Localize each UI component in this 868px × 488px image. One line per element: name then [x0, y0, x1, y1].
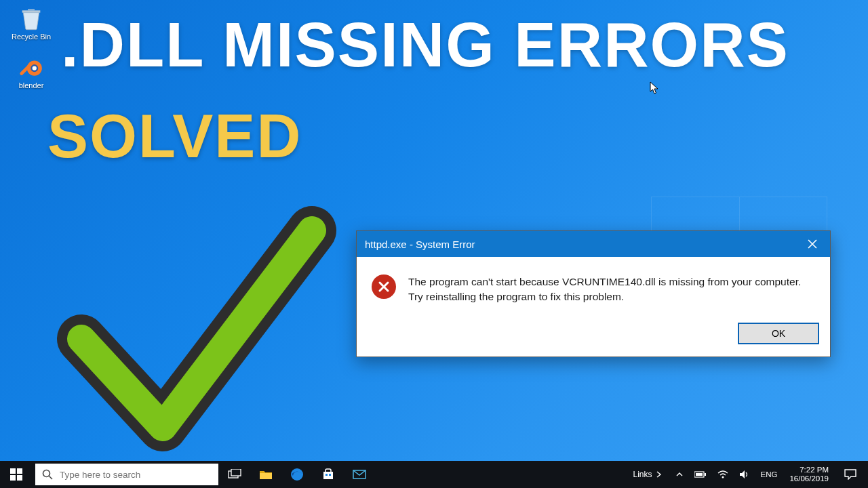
- svg-rect-16: [705, 473, 706, 476]
- svg-rect-17: [696, 473, 703, 476]
- task-view-button[interactable]: [220, 461, 250, 488]
- start-button[interactable]: [0, 461, 33, 488]
- battery-icon: [694, 471, 707, 478]
- mouse-cursor-icon: [650, 81, 659, 95]
- taskbar: Links: [0, 461, 868, 488]
- svg-point-2: [33, 66, 37, 70]
- blender-label: blender: [19, 81, 44, 89]
- folder-icon: [259, 469, 273, 480]
- system-tray: ENG 7:22 PM 16/06/2019: [670, 461, 835, 488]
- overlay-headline-2: SOLVED: [47, 102, 302, 171]
- blender-icon[interactable]: blender: [7, 53, 56, 89]
- tray-battery[interactable]: [692, 461, 709, 488]
- windows-start-icon: [10, 468, 22, 481]
- system-error-dialog: httpd.exe - System Error The program can…: [356, 230, 831, 357]
- clock-time: 7:22 PM: [800, 466, 829, 474]
- overlay-headline-1: .DLL MISSING ERRORS: [61, 9, 789, 81]
- clock-date: 16/06/2019: [789, 474, 829, 483]
- notification-icon: [844, 469, 856, 480]
- error-icon: [372, 274, 396, 299]
- recycle-bin-label: Recycle Bin: [12, 33, 51, 41]
- volume-icon: [739, 470, 750, 479]
- dialog-message: The program can't start because VCRUNTIM…: [408, 274, 816, 305]
- wifi-icon: [717, 470, 728, 479]
- task-view-icon: [228, 469, 241, 480]
- chevron-right-icon: [655, 470, 663, 479]
- search-input[interactable]: [60, 470, 212, 480]
- dialog-title: httpd.exe - System Error: [365, 239, 475, 250]
- file-explorer-button[interactable]: [251, 461, 281, 488]
- svg-rect-10: [231, 469, 241, 476]
- recycle-bin-glyph: [18, 5, 45, 32]
- tray-chevron-up[interactable]: [673, 461, 686, 488]
- store-button[interactable]: [313, 461, 343, 488]
- blender-glyph: [18, 54, 44, 80]
- close-icon: [808, 239, 817, 249]
- language-indicator: ENG: [761, 470, 778, 479]
- svg-rect-4: [17, 468, 22, 474]
- svg-point-18: [722, 476, 724, 479]
- dialog-titlebar[interactable]: httpd.exe - System Error: [357, 231, 830, 257]
- dialog-close-button[interactable]: [795, 231, 830, 257]
- svg-rect-13: [329, 474, 331, 476]
- links-toolbar-button[interactable]: Links: [628, 461, 669, 488]
- tray-volume[interactable]: [736, 461, 753, 488]
- edge-icon: [290, 468, 304, 481]
- search-box[interactable]: [35, 464, 218, 485]
- links-label: Links: [633, 470, 652, 479]
- search-icon: [42, 469, 53, 480]
- svg-rect-12: [326, 474, 328, 476]
- mail-icon: [353, 470, 366, 479]
- chevron-up-icon: [675, 470, 684, 479]
- edge-browser-button[interactable]: [282, 461, 312, 488]
- svg-rect-3: [10, 468, 16, 474]
- svg-line-8: [50, 476, 53, 480]
- checkmark-graphic: [54, 203, 339, 461]
- svg-rect-6: [17, 475, 22, 481]
- store-icon: [322, 468, 334, 481]
- ok-button[interactable]: OK: [738, 323, 819, 344]
- mail-button[interactable]: [344, 461, 374, 488]
- svg-rect-5: [10, 475, 16, 481]
- action-center-button[interactable]: [837, 461, 864, 488]
- recycle-bin-icon[interactable]: Recycle Bin: [7, 4, 56, 41]
- tray-language[interactable]: ENG: [758, 461, 781, 488]
- tray-network[interactable]: [715, 461, 731, 488]
- svg-point-7: [43, 470, 50, 477]
- desktop-icons-column: Recycle Bin blender: [7, 4, 56, 89]
- tray-clock[interactable]: 7:22 PM 16/06/2019: [785, 466, 833, 483]
